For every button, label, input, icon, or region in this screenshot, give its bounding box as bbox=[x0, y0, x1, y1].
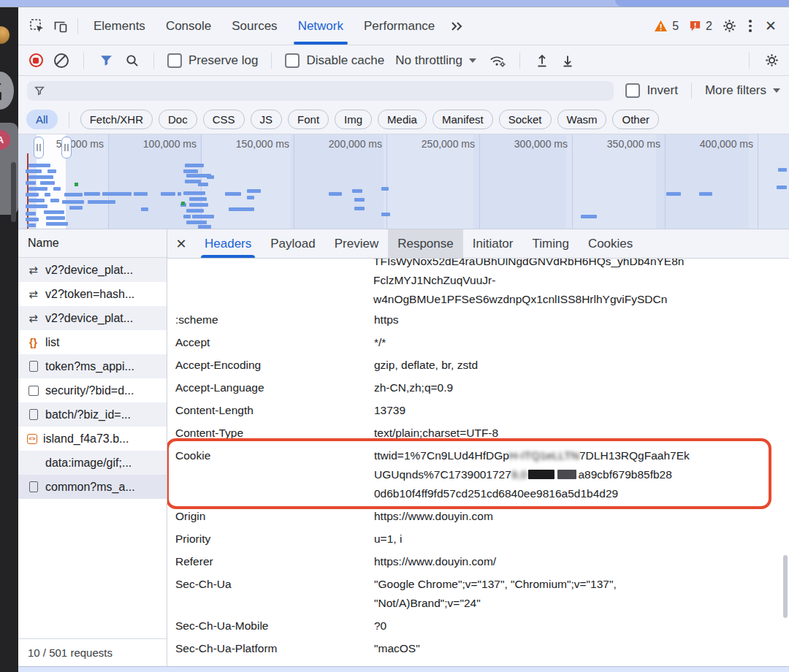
request-row-common-ms-a-[interactable]: common?ms_a... bbox=[18, 475, 167, 499]
request-row-data-image-gif-[interactable]: data:image/gif;... bbox=[18, 451, 167, 475]
details-tab-preview[interactable]: Preview bbox=[325, 229, 388, 258]
details-tab-strip: ✕ HeadersPayloadPreviewResponseInitiator… bbox=[167, 229, 789, 259]
request-row-batch-biz-id-[interactable]: batch/?biz_id=... bbox=[18, 402, 167, 427]
header-row-sec-ch-ua-platform: Sec-Ch-Ua-Platform"macOS" bbox=[167, 638, 789, 660]
redaction-block bbox=[528, 470, 554, 479]
headers-content: TFIsWyNox52dE4raUBhUlNgdGNVdRbH6HQs_yhDb… bbox=[167, 259, 789, 666]
scrolled-header-value: TFIsWyNox52dE4raUBhUlNgdGNVdRbH6HQs_yhDb… bbox=[373, 259, 782, 309]
clear-network-log-icon[interactable] bbox=[53, 52, 70, 69]
redacted-text: H-ITQ1eLLTN bbox=[509, 449, 579, 462]
details-tab-cookies[interactable]: Cookies bbox=[579, 229, 642, 258]
waterfall-bar bbox=[53, 187, 61, 191]
filter-chip-media[interactable]: Media bbox=[378, 110, 427, 129]
divider bbox=[691, 83, 692, 99]
issues-icon bbox=[689, 20, 701, 32]
request-row-token-ms-appi-[interactable]: token?ms_appi... bbox=[18, 354, 167, 378]
filter-chip-css[interactable]: CSS bbox=[203, 110, 245, 129]
request-name: v2?device_plat... bbox=[45, 264, 133, 277]
checkbox-icon[interactable] bbox=[625, 83, 640, 98]
grid-line bbox=[665, 134, 666, 229]
waterfall-bar bbox=[26, 193, 39, 196]
throttling-select[interactable]: No throttling bbox=[395, 53, 476, 68]
more-filters-dropdown[interactable]: More filters bbox=[705, 83, 780, 98]
filter-chip-font[interactable]: Font bbox=[288, 110, 329, 129]
request-row-v2-device-plat-[interactable]: ⇄v2?device_plat... bbox=[18, 306, 167, 330]
tab-sources[interactable]: Sources bbox=[221, 7, 287, 45]
details-tab-response[interactable]: Response bbox=[388, 229, 463, 258]
export-har-icon[interactable] bbox=[559, 52, 576, 69]
request-row-v2-token-hash-[interactable]: ⇄v2?token=hash... bbox=[18, 282, 167, 306]
filter-funnel-icon[interactable] bbox=[97, 52, 115, 69]
filter-chip-manifest[interactable]: Manifest bbox=[432, 110, 493, 129]
network-conditions-icon[interactable] bbox=[489, 52, 506, 69]
filter-input[interactable] bbox=[27, 81, 614, 101]
warnings-badge[interactable]: 5 bbox=[654, 20, 679, 33]
waterfall-bar bbox=[46, 216, 65, 220]
filter-chip-fetch-xhr[interactable]: Fetch/XHR bbox=[80, 110, 153, 129]
waterfall-bar bbox=[62, 200, 84, 204]
filter-chip-js[interactable]: JS bbox=[251, 110, 283, 129]
invert-checkbox[interactable]: Invert bbox=[625, 83, 678, 98]
issues-count: 2 bbox=[706, 20, 712, 33]
details-tab-headers[interactable]: Headers bbox=[195, 229, 261, 258]
network-settings-gear-icon[interactable] bbox=[763, 52, 780, 69]
filter-chip-img[interactable]: Img bbox=[335, 110, 372, 129]
request-row-v2-device-plat-[interactable]: ⇄v2?device_plat... bbox=[18, 258, 167, 282]
header-value: ?0 bbox=[374, 616, 789, 635]
checkbox-icon[interactable] bbox=[167, 53, 182, 68]
details-tab-timing[interactable]: Timing bbox=[522, 229, 578, 258]
details-tabs: HeadersPayloadPreviewResponseInitiatorTi… bbox=[195, 229, 642, 258]
filter-chip-socket[interactable]: Socket bbox=[499, 110, 552, 129]
grid-line bbox=[108, 134, 109, 229]
settings-gear-icon[interactable] bbox=[717, 15, 741, 37]
request-row-list[interactable]: {}list bbox=[18, 330, 167, 354]
more-tabs-icon[interactable] bbox=[445, 15, 468, 37]
search-icon[interactable] bbox=[123, 52, 140, 69]
device-toolbar-icon[interactable] bbox=[49, 15, 72, 37]
request-row-security-bid-d-[interactable]: security/?bid=d... bbox=[18, 378, 167, 402]
network-overview-timeline[interactable]: 50,000 ms100,000 ms150,000 ms200,000 ms2… bbox=[18, 134, 789, 229]
waterfall-bar bbox=[381, 187, 389, 191]
filter-chip-other[interactable]: Other bbox=[612, 110, 659, 129]
record-network-log-button[interactable] bbox=[27, 52, 45, 69]
divider bbox=[271, 53, 272, 69]
tab-console[interactable]: Console bbox=[156, 7, 221, 45]
overview-left-handle[interactable] bbox=[34, 137, 44, 159]
request-row-island-f4a73-b-[interactable]: <>island_f4a73.b... bbox=[18, 427, 167, 451]
header-name: Origin bbox=[167, 507, 374, 526]
sidebar-scrollbar[interactable] bbox=[11, 162, 16, 222]
close-details-icon[interactable]: ✕ bbox=[167, 229, 195, 258]
tab-performance[interactable]: Performance bbox=[354, 7, 445, 45]
checkbox-icon[interactable] bbox=[285, 53, 300, 68]
scrolled-value-line: w4nOgBMUe1PFSeS6wzdnpQx1cnlISS8HrlhYgviF… bbox=[373, 290, 782, 309]
name-column-header[interactable]: Name bbox=[18, 229, 167, 258]
requests-list: ⇄v2?device_plat...⇄v2?token=hash...⇄v2?d… bbox=[18, 258, 167, 499]
preserve-log-checkbox[interactable]: Preserve log bbox=[167, 53, 258, 68]
details-tab-payload[interactable]: Payload bbox=[261, 229, 324, 258]
details-tab-initiator[interactable]: Initiator bbox=[463, 229, 523, 258]
filter-chip-doc[interactable]: Doc bbox=[159, 110, 197, 129]
overview-right-handle[interactable] bbox=[61, 137, 72, 159]
filter-chip-wasm[interactable]: Wasm bbox=[557, 110, 607, 129]
close-devtools-icon[interactable]: ✕ bbox=[760, 18, 782, 34]
braces-icon: {} bbox=[27, 336, 39, 348]
request-name: security/?bid=d... bbox=[45, 384, 134, 397]
filter-chip-all[interactable]: All bbox=[26, 110, 58, 129]
waterfall-bar bbox=[247, 189, 261, 193]
redaction-block bbox=[557, 470, 576, 479]
disable-cache-checkbox[interactable]: Disable cache bbox=[285, 53, 384, 68]
sidebar-extension-icon[interactable] bbox=[0, 72, 14, 110]
waterfall-bar bbox=[46, 222, 68, 226]
import-har-icon[interactable] bbox=[533, 52, 551, 69]
details-scrollbar[interactable] bbox=[783, 555, 788, 618]
header-name: Sec-Ch-Ua bbox=[167, 575, 374, 613]
header-value-line: "Not/A)Brand";v="24" bbox=[374, 594, 769, 613]
tab-network[interactable]: Network bbox=[288, 7, 354, 45]
kebab-menu-icon[interactable] bbox=[741, 17, 760, 36]
sidebar-avatar-icon[interactable] bbox=[0, 26, 9, 44]
inspect-element-icon[interactable] bbox=[26, 15, 49, 37]
waterfall-bar bbox=[50, 199, 59, 202]
issues-badge[interactable]: 2 bbox=[689, 20, 712, 33]
tab-elements[interactable]: Elements bbox=[83, 7, 156, 45]
waterfall-bar bbox=[45, 193, 50, 196]
